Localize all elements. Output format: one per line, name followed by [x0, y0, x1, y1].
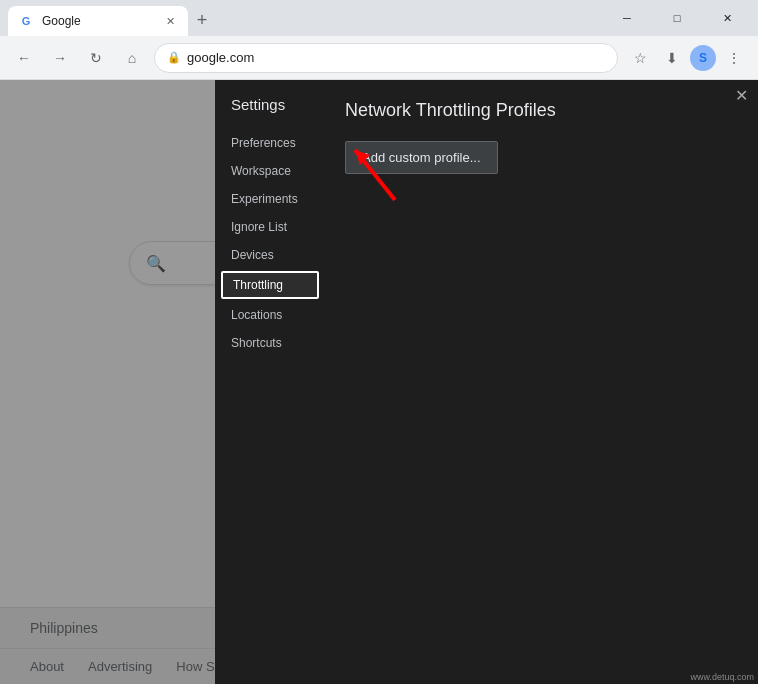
sidebar-item-ignore-list[interactable]: Ignore List: [215, 213, 325, 241]
back-button[interactable]: ←: [10, 44, 38, 72]
tab-area: G Google ✕ +: [8, 0, 600, 36]
url-bar[interactable]: 🔒 google.com: [154, 43, 618, 73]
minimize-button[interactable]: ─: [604, 0, 650, 36]
close-button[interactable]: ✕: [704, 0, 750, 36]
new-tab-button[interactable]: +: [188, 6, 216, 34]
browser-frame: G Google ✕ + ─ □ ✕ ← → ↻ ⌂ 🔒 google.com …: [0, 0, 758, 684]
settings-title: Settings: [215, 96, 325, 129]
profile-avatar[interactable]: S: [690, 45, 716, 71]
tab-title: Google: [42, 14, 154, 28]
sidebar-item-throttling[interactable]: Throttling: [221, 271, 319, 299]
lock-icon: 🔒: [167, 51, 181, 64]
title-bar: G Google ✕ + ─ □ ✕: [0, 0, 758, 36]
address-bar: ← → ↻ ⌂ 🔒 google.com ☆ ⬇ S ⋮: [0, 36, 758, 80]
window-controls: ─ □ ✕: [604, 0, 750, 36]
red-arrow-annotation: [335, 130, 415, 214]
sidebar-item-locations[interactable]: Locations: [215, 301, 325, 329]
tab-close-button[interactable]: ✕: [162, 13, 178, 29]
refresh-button[interactable]: ↻: [82, 44, 110, 72]
url-text: google.com: [187, 50, 605, 65]
sidebar-item-shortcuts[interactable]: Shortcuts: [215, 329, 325, 357]
sidebar-item-experiments[interactable]: Experiments: [215, 185, 325, 213]
maximize-button[interactable]: □: [654, 0, 700, 36]
devtools-panel-title: Network Throttling Profiles: [345, 100, 738, 121]
devtools-close-button[interactable]: ✕: [735, 86, 748, 105]
menu-icon[interactable]: ⋮: [720, 44, 748, 72]
download-icon[interactable]: ⬇: [658, 44, 686, 72]
sidebar-item-devices[interactable]: Devices: [215, 241, 325, 269]
active-tab[interactable]: G Google ✕: [8, 6, 188, 36]
address-actions: ☆ ⬇ S ⋮: [626, 44, 748, 72]
forward-button[interactable]: →: [46, 44, 74, 72]
home-button[interactable]: ⌂: [118, 44, 146, 72]
devtools-main: ✕ Network Throttling Profiles Add custom…: [325, 80, 758, 684]
sidebar-item-workspace[interactable]: Workspace: [215, 157, 325, 185]
watermark: www.detuq.com: [690, 672, 754, 682]
settings-sidebar: Settings Preferences Workspace Experimen…: [215, 80, 325, 684]
sidebar-item-preferences[interactable]: Preferences: [215, 129, 325, 157]
tab-favicon: G: [18, 13, 34, 29]
page-area: Gmail Images Google 🔍 Google Search I'm …: [0, 80, 758, 684]
svg-text:G: G: [22, 15, 31, 27]
star-icon[interactable]: ☆: [626, 44, 654, 72]
